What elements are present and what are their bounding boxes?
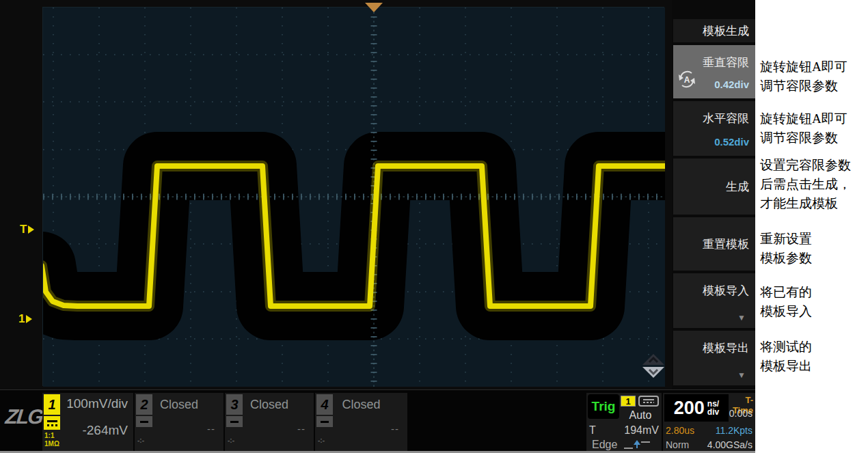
memory-depth: 11.2Kpts bbox=[716, 425, 752, 436]
channel-value-dashes: -- bbox=[391, 423, 399, 435]
oscilloscope-screen: T 1 模板生成 垂直容限0.42divA水平容限0.52div生成重置模板模板… bbox=[0, 0, 868, 453]
channel-probe-info: 1:11MΩ bbox=[44, 432, 59, 448]
acquisition-mode: Norm bbox=[666, 439, 689, 450]
sample-rate: 4.00GSa/s bbox=[707, 439, 752, 450]
annotation-note: 旋转旋钮A即可调节容限参数 bbox=[760, 57, 847, 96]
chevron-down-icon: ▼ bbox=[737, 370, 746, 380]
timebase-scale: 200 ns/ div bbox=[664, 394, 729, 422]
menu-title: 模板生成 bbox=[673, 19, 755, 42]
channel1-marker-label: 1 bbox=[18, 312, 25, 326]
chevron-down-icon: ▼ bbox=[737, 313, 746, 322]
annotation-line: 后需点击生成， bbox=[760, 175, 851, 194]
menu-button-label: 垂直容限 bbox=[703, 55, 749, 70]
trigger-level-marker[interactable]: T bbox=[20, 223, 34, 236]
annotation-panel: 旋转旋钮A即可调节容限参数旋转旋钮A即可调节容限参数设置完容限参数后需点击生成，… bbox=[755, 0, 868, 453]
menu-button-label: 模板导出 bbox=[703, 340, 749, 356]
annotation-line: 才能生成模板 bbox=[760, 194, 851, 213]
waveform-display bbox=[42, 7, 664, 386]
annotation-line: 模板导出 bbox=[760, 357, 812, 376]
channel-status: Closed bbox=[315, 398, 407, 412]
trigger-level-value: 194mV bbox=[624, 424, 659, 437]
menu-button-label: 重置模板 bbox=[703, 236, 749, 252]
channel-3-block[interactable]: 3-:-Closed-- bbox=[225, 393, 314, 452]
scroll-updown-control[interactable] bbox=[640, 353, 667, 385]
annotation-line: 将测试的 bbox=[760, 338, 812, 357]
trigger-type: Edge bbox=[592, 439, 617, 451]
menu-button-label: 生成 bbox=[726, 179, 749, 195]
trigger-status-badge: Trig bbox=[588, 394, 619, 419]
trigger-coupling-icon bbox=[638, 396, 659, 407]
right-arrow-icon bbox=[26, 315, 32, 323]
menu-button-generate[interactable]: 生成 bbox=[673, 159, 755, 215]
capture-window: 2.80us bbox=[666, 425, 694, 436]
annotation-line: 重新设置 bbox=[760, 230, 812, 249]
channel1-position-marker[interactable]: 1 bbox=[18, 312, 32, 326]
coupling-off-icon bbox=[136, 416, 152, 427]
channel-2-block[interactable]: 2-:-Closed-- bbox=[135, 393, 223, 452]
status-bar: ZLG® 11:11MΩ100mV/div-264mV2-:-Closed--3… bbox=[0, 389, 755, 453]
waveform-svg bbox=[43, 8, 665, 387]
annotation-note: 设置完容限参数后需点击生成，才能生成模板 bbox=[760, 156, 851, 213]
trigger-source-badge: 1 bbox=[621, 396, 636, 407]
zlg-logo-text: ZLG bbox=[4, 405, 43, 428]
channel-sub-dashes: -:- bbox=[318, 437, 325, 444]
channel-value-dashes: -- bbox=[297, 423, 306, 435]
menu-button-horizontal-tolerance[interactable]: 水平容限0.52div bbox=[673, 101, 755, 156]
trigger-level-marker-label: T bbox=[20, 223, 27, 236]
svg-text:A: A bbox=[684, 75, 690, 85]
coupling-off-icon bbox=[316, 416, 333, 427]
trigger-level-label: T bbox=[589, 424, 596, 437]
channel-offset: -264mV bbox=[82, 423, 128, 438]
probe-ratio: 1:1 bbox=[44, 432, 59, 440]
menu-button-vertical-tolerance[interactable]: 垂直容限0.42divA bbox=[673, 45, 755, 98]
annotation-note: 将已有的模板导入 bbox=[760, 283, 812, 321]
annotation-line: 将已有的 bbox=[760, 283, 812, 302]
timebase-value: 200 bbox=[674, 398, 705, 419]
annotation-note: 重新设置模板参数 bbox=[760, 230, 812, 268]
channel-1-badge: 1 bbox=[44, 394, 60, 415]
coupling-off-icon bbox=[226, 416, 243, 427]
channel-4-block[interactable]: 4-:-Closed-- bbox=[315, 393, 407, 452]
timebase-status-block[interactable]: 200 ns/ div T-Time 0.00s 2.80us 11.2Kpts… bbox=[663, 393, 755, 452]
input-impedance: 1MΩ bbox=[44, 440, 59, 448]
annotation-line: 设置完容限参数 bbox=[760, 156, 851, 175]
annotation-line: 调节容限参数 bbox=[760, 128, 847, 148]
annotation-line: 旋转旋钮A即可 bbox=[760, 109, 847, 128]
menu-button-value: 0.52div bbox=[714, 136, 749, 148]
right-arrow-icon bbox=[28, 225, 34, 234]
menu-button-import-template[interactable]: 模板导入▼ bbox=[673, 273, 755, 328]
trigger-status-block[interactable]: Trig 1 Auto T 194mV Edge bbox=[586, 393, 662, 452]
menu-button-export-template[interactable]: 模板导出▼ bbox=[673, 331, 755, 385]
scroll-updown-icon bbox=[640, 353, 667, 382]
menu-button-label: 模板导入 bbox=[703, 283, 749, 299]
timebase-unit: ns/ div bbox=[707, 400, 719, 416]
annotation-line: 模板导入 bbox=[760, 302, 812, 321]
annotation-note: 旋转旋钮A即可调节容限参数 bbox=[760, 109, 847, 148]
annotation-note: 将测试的模板导出 bbox=[760, 338, 812, 376]
menu-button-value: 0.42div bbox=[714, 79, 749, 90]
channel-sub-dashes: -:- bbox=[228, 437, 234, 444]
trigger-mode: Auto bbox=[621, 409, 660, 422]
trigger-position-icon[interactable] bbox=[365, 3, 383, 12]
channel-status: Closed bbox=[225, 398, 314, 412]
menu-panel: 模板生成 垂直容限0.42divA水平容限0.52div生成重置模板模板导入▼模… bbox=[672, 0, 755, 453]
menu-button-reset-template[interactable]: 重置模板 bbox=[673, 217, 755, 271]
t-time-value: 0.00s bbox=[729, 408, 752, 419]
channel-1-block[interactable]: 11:11MΩ100mV/div-264mV bbox=[42, 393, 133, 452]
menu-button-label: 水平容限 bbox=[703, 111, 749, 126]
dc-coupling-icon bbox=[44, 416, 60, 430]
annotation-line: 调节容限参数 bbox=[760, 77, 847, 96]
channel-scale: 100mV/div bbox=[66, 396, 128, 411]
channel-status: Closed bbox=[135, 398, 223, 412]
channel-sub-dashes: -:- bbox=[137, 437, 144, 444]
knob-a-icon: A bbox=[677, 69, 697, 93]
annotation-line: 模板参数 bbox=[760, 249, 812, 268]
annotation-line: 旋转旋钮A即可 bbox=[760, 57, 847, 77]
template-mask-band bbox=[43, 166, 665, 306]
channel-value-dashes: -- bbox=[207, 423, 215, 435]
rising-edge-icon bbox=[623, 439, 651, 451]
